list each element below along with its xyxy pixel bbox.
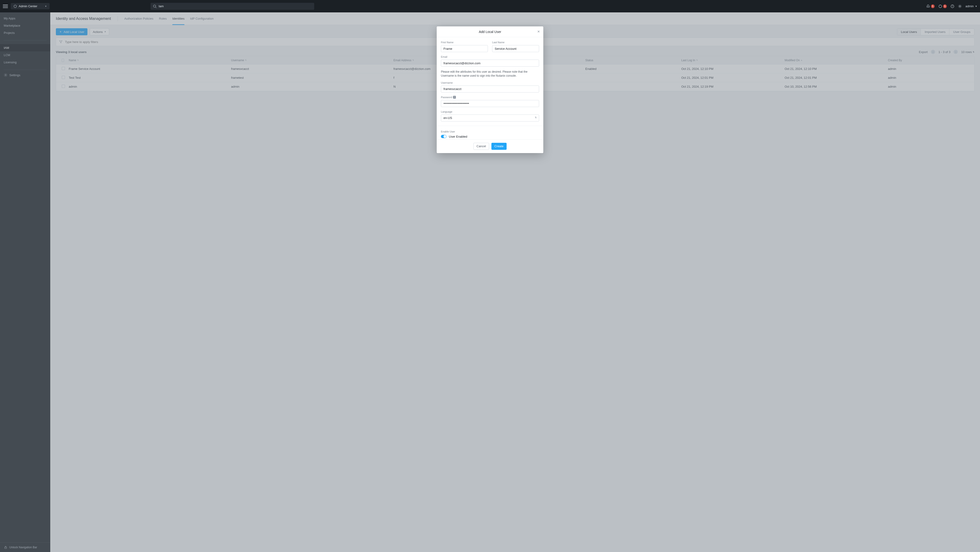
modal-overlay: Add Local User ✕ First Name Last Name Em…	[0, 13, 980, 552]
info-icon[interactable]: ?	[453, 96, 456, 99]
last-name-input[interactable]	[492, 45, 539, 52]
gear-icon[interactable]	[958, 5, 962, 8]
sort-icon: ⇅	[535, 116, 537, 119]
notifications-bell[interactable]: 1	[926, 5, 935, 8]
create-button[interactable]: Create	[492, 143, 507, 150]
app-selector-label: Admin Center	[19, 5, 37, 8]
modal-footer: Cancel Create	[437, 139, 543, 153]
cancel-button[interactable]: Cancel	[473, 143, 489, 150]
warning-icon	[939, 5, 942, 8]
enable-section-label: Enable User	[441, 130, 539, 133]
modal-title: Add Local User	[479, 30, 501, 33]
hamburger-icon[interactable]	[3, 4, 8, 9]
language-label: Language	[441, 110, 539, 113]
search-icon	[153, 5, 157, 8]
first-name-label: First Name	[441, 41, 488, 44]
warn-count: 1	[943, 5, 947, 8]
password-input[interactable]	[441, 100, 539, 107]
last-name-label: Last Name	[492, 41, 539, 44]
alerts-warning[interactable]: 1	[939, 5, 947, 8]
svg-marker-0	[14, 5, 17, 8]
password-label: Password ?	[441, 96, 539, 99]
svg-point-6	[959, 6, 960, 7]
chevron-down-icon: ▼	[975, 5, 977, 8]
svg-point-1	[153, 5, 156, 7]
add-local-user-modal: Add Local User ✕ First Name Last Name Em…	[437, 26, 543, 153]
bell-icon	[926, 5, 930, 8]
email-label: Email	[441, 56, 539, 58]
help-icon[interactable]: ?	[951, 5, 954, 8]
enable-user-text: User Enabled	[449, 135, 467, 138]
hex-icon	[14, 5, 17, 8]
username-input[interactable]	[441, 86, 539, 92]
user-label: admin	[966, 5, 974, 8]
first-name-input[interactable]	[441, 45, 488, 52]
topbar-right: 1 1 ? admin ▼	[926, 5, 977, 8]
svg-text:?: ?	[952, 5, 953, 8]
username-label: Username	[441, 81, 539, 84]
enable-user-toggle[interactable]	[441, 135, 447, 138]
search-input[interactable]	[159, 5, 312, 8]
chevron-down-icon: ▼	[45, 5, 47, 8]
svg-line-2	[156, 7, 156, 8]
user-menu[interactable]: admin ▼	[966, 5, 977, 8]
bell-count: 1	[931, 5, 935, 8]
language-select[interactable]	[441, 115, 539, 121]
app-selector[interactable]: Admin Center ▼	[11, 3, 49, 10]
global-search[interactable]	[151, 3, 314, 10]
helper-text: Please edit the attributes for this user…	[441, 70, 539, 78]
svg-point-3	[939, 5, 942, 8]
email-input[interactable]	[441, 60, 539, 67]
divider	[437, 126, 543, 126]
modal-header: Add Local User ✕	[437, 26, 543, 37]
topbar: Admin Center ▼ 1 1 ? admin ▼	[0, 0, 980, 13]
close-icon[interactable]: ✕	[537, 30, 540, 33]
